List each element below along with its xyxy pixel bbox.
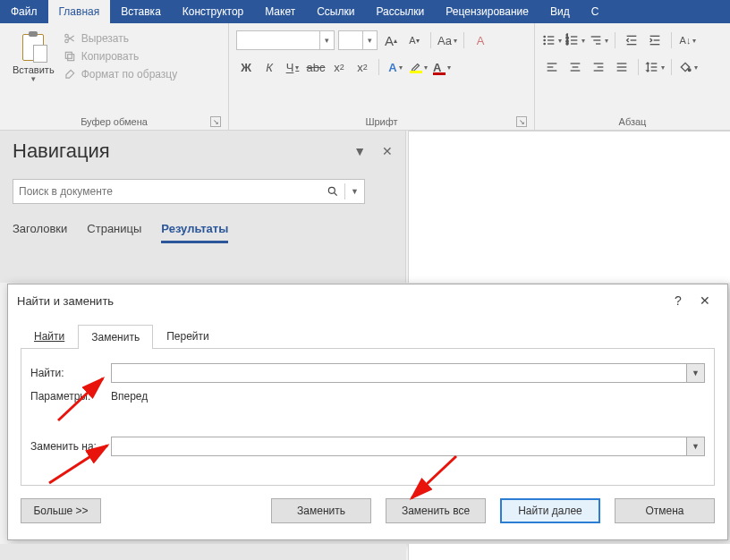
nav-tab-headings[interactable]: Заголовки bbox=[13, 222, 67, 243]
tab-goto[interactable]: Перейти bbox=[153, 324, 223, 348]
cut-button[interactable]: Вырезать bbox=[64, 32, 178, 45]
svg-point-42 bbox=[328, 187, 335, 193]
svg-point-41 bbox=[688, 69, 691, 72]
change-case-button[interactable]: Aa bbox=[437, 30, 457, 50]
cancel-button[interactable]: Отмена bbox=[615, 498, 715, 523]
svg-point-4 bbox=[544, 36, 545, 37]
find-input[interactable] bbox=[112, 364, 686, 382]
pane-background bbox=[0, 544, 406, 560]
chevron-down-icon[interactable]: ▾ bbox=[362, 31, 377, 49]
dialog-titlebar[interactable]: Найти и заменить ? ✕ bbox=[8, 284, 727, 317]
bold-button[interactable]: Ж bbox=[236, 57, 256, 77]
sort-button[interactable]: A↓ bbox=[678, 30, 698, 50]
cut-label: Вырезать bbox=[81, 32, 129, 45]
replace-combo[interactable]: ▼ bbox=[111, 437, 705, 456]
menu-home[interactable]: Главная bbox=[48, 0, 111, 23]
numbering-button[interactable]: 123 bbox=[565, 30, 585, 50]
tab-find[interactable]: Найти bbox=[21, 324, 78, 348]
copy-icon bbox=[64, 50, 76, 63]
align-center-button[interactable] bbox=[565, 57, 585, 77]
replace-input[interactable] bbox=[112, 437, 686, 455]
subscript-button[interactable]: x2 bbox=[329, 57, 349, 77]
ribbon-group-paragraph: 123 A↓ bbox=[535, 23, 730, 130]
paste-button[interactable]: Вставить ▼ bbox=[7, 27, 60, 87]
dialog-launcher-icon[interactable]: ↘ bbox=[516, 116, 527, 127]
nav-tab-results[interactable]: Результаты bbox=[161, 222, 228, 243]
chevron-down-icon[interactable]: ▼ bbox=[30, 75, 37, 83]
align-justify-button[interactable] bbox=[612, 57, 632, 77]
shading-button[interactable] bbox=[678, 57, 698, 77]
increase-indent-button[interactable] bbox=[645, 30, 665, 50]
italic-button[interactable]: К bbox=[259, 57, 279, 77]
dialog-panel: Найти: ▼ Параметры: Вперед Заменить на: … bbox=[21, 349, 715, 486]
navigation-search[interactable]: ▼ bbox=[13, 179, 365, 204]
clear-format-button[interactable]: A bbox=[471, 30, 490, 50]
document-area[interactable] bbox=[408, 131, 730, 283]
font-color-button[interactable]: A bbox=[432, 57, 452, 77]
group-label-clipboard: Буфер обмена ↘ bbox=[7, 114, 221, 130]
menu-insert[interactable]: Вставка bbox=[110, 0, 172, 23]
menu-layout[interactable]: Макет bbox=[254, 0, 306, 23]
group-label-paragraph: Абзац bbox=[542, 114, 723, 130]
find-next-button[interactable]: Найти далее bbox=[500, 498, 600, 523]
line-spacing-button[interactable] bbox=[645, 57, 665, 77]
font-name-combo[interactable]: ▾ bbox=[236, 30, 335, 50]
more-button[interactable]: Больше >> bbox=[21, 498, 101, 523]
replace-button[interactable]: Заменить bbox=[271, 498, 371, 523]
clipboard-actions: Вырезать Копировать Формат по образцу bbox=[60, 27, 182, 86]
menu-extra[interactable]: С bbox=[581, 0, 610, 23]
grow-font-button[interactable]: A▴ bbox=[381, 30, 401, 50]
chevron-down-icon[interactable]: ▼ bbox=[353, 144, 366, 158]
highlight-button[interactable] bbox=[409, 57, 429, 77]
replace-all-button[interactable]: Заменить все bbox=[386, 498, 486, 523]
multilevel-button[interactable] bbox=[589, 30, 608, 50]
chevron-down-icon[interactable]: ▼ bbox=[686, 437, 704, 455]
chevron-down-icon[interactable]: ▼ bbox=[686, 364, 704, 382]
align-center-icon bbox=[568, 60, 582, 74]
menu-design[interactable]: Конструктор bbox=[172, 0, 254, 23]
font-size-combo[interactable]: ▾ bbox=[338, 30, 378, 50]
nav-tab-pages[interactable]: Страницы bbox=[87, 222, 141, 243]
menu-file[interactable]: Файл bbox=[0, 0, 48, 23]
align-left-button[interactable] bbox=[542, 57, 562, 77]
format-painter-button[interactable]: Формат по образцу bbox=[64, 68, 178, 81]
chevron-down-icon[interactable]: ▾ bbox=[319, 31, 334, 49]
superscript-button[interactable]: x2 bbox=[352, 57, 372, 77]
align-justify-icon bbox=[615, 60, 629, 74]
shrink-font-button[interactable]: A▾ bbox=[404, 30, 424, 50]
chevron-down-icon[interactable]: ▼ bbox=[351, 187, 359, 196]
list-bullets-icon bbox=[542, 33, 556, 47]
format-painter-label: Формат по образцу bbox=[81, 68, 178, 81]
paste-label: Вставить bbox=[13, 64, 55, 75]
tab-replace[interactable]: Заменить bbox=[78, 325, 153, 349]
close-icon[interactable]: ✕ bbox=[382, 144, 393, 158]
strike-button[interactable]: abc bbox=[306, 57, 326, 77]
underline-button[interactable]: Ч bbox=[283, 57, 302, 77]
params-value: Вперед bbox=[111, 390, 148, 403]
search-icon[interactable] bbox=[327, 185, 339, 198]
decrease-indent-button[interactable] bbox=[622, 30, 641, 50]
svg-point-5 bbox=[544, 39, 545, 40]
search-input[interactable] bbox=[19, 185, 327, 198]
menu-review[interactable]: Рецензирование bbox=[435, 0, 539, 23]
menu-bar: Файл Главная Вставка Конструктор Макет С… bbox=[0, 0, 730, 23]
copy-button[interactable]: Копировать bbox=[64, 50, 178, 63]
find-combo[interactable]: ▼ bbox=[111, 363, 705, 383]
menu-references[interactable]: Ссылки bbox=[306, 0, 365, 23]
svg-text:3: 3 bbox=[566, 41, 569, 46]
copy-label: Копировать bbox=[81, 50, 140, 63]
bullets-button[interactable] bbox=[542, 30, 562, 50]
menu-view[interactable]: Вид bbox=[539, 0, 581, 23]
scissors-icon bbox=[64, 32, 76, 45]
navigation-tabs: Заголовки Страницы Результаты bbox=[13, 222, 393, 243]
align-right-button[interactable] bbox=[589, 57, 608, 77]
menu-mail[interactable]: Рассылки bbox=[365, 0, 435, 23]
dialog-launcher-icon[interactable]: ↘ bbox=[210, 116, 221, 127]
indent-icon bbox=[648, 33, 662, 47]
ribbon-group-clipboard: Вставить ▼ Вырезать Копировать Формат по… bbox=[0, 23, 229, 130]
text-effects-button[interactable]: A bbox=[386, 57, 405, 77]
help-button[interactable]: ? bbox=[665, 293, 692, 308]
dialog-tabs: Найти Заменить Перейти bbox=[21, 324, 715, 349]
ribbon-group-font: ▾ ▾ A▴ A▾ Aa A Ж К Ч abc x2 x2 bbox=[229, 23, 535, 130]
close-icon[interactable]: ✕ bbox=[692, 293, 718, 308]
